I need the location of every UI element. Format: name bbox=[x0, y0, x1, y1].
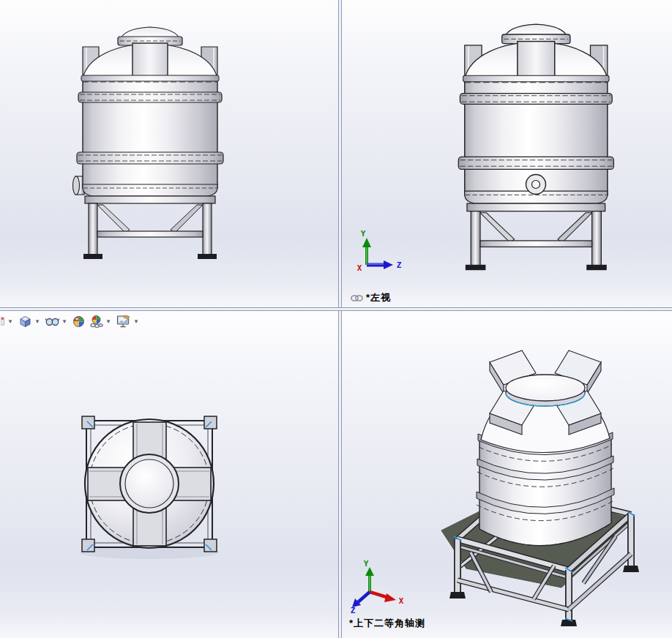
viewport-front-view[interactable] bbox=[0, 0, 338, 307]
view-label-left: *左视 bbox=[351, 291, 391, 304]
x-axis-arrow-icon bbox=[384, 593, 396, 602]
horizontal-viewport-splitter[interactable] bbox=[0, 307, 672, 311]
viewport-top-view[interactable]: ▾ ▾ ▾ bbox=[0, 311, 338, 638]
orientation-triad-isometric: Y X Z bbox=[348, 560, 406, 614]
tank-front-outlet-fitting[interactable] bbox=[526, 175, 546, 195]
chain-link-icon bbox=[351, 294, 363, 302]
front-view-drawing bbox=[0, 0, 338, 307]
y-axis-arrow-icon bbox=[362, 238, 371, 247]
tank-on-stand-front[interactable] bbox=[77, 27, 223, 259]
viewport-left-view[interactable]: Y Z X *左视 bbox=[342, 0, 672, 307]
x-axis-label: X bbox=[399, 596, 404, 606]
view-label-isometric: *上下二等角轴测 bbox=[349, 617, 425, 630]
tank-on-stand-top[interactable] bbox=[79, 416, 220, 559]
x-axis-label: X bbox=[357, 263, 362, 273]
top-view-drawing bbox=[0, 311, 338, 638]
tank-on-stand-left[interactable] bbox=[458, 24, 613, 270]
y-axis-label: Y bbox=[361, 229, 366, 239]
z-axis-arrow-icon bbox=[384, 260, 393, 269]
orientation-triad-left-view: Y Z X bbox=[348, 228, 403, 277]
vertical-viewport-splitter[interactable] bbox=[338, 0, 342, 638]
z-axis-label: Z bbox=[351, 606, 356, 614]
z-axis-label: Z bbox=[397, 260, 402, 270]
viewport-isometric-view[interactable]: Y X Z *上下二等角轴测 bbox=[342, 311, 672, 638]
tank-on-stand-isometric[interactable] bbox=[441, 350, 639, 626]
y-axis-label: Y bbox=[364, 560, 369, 568]
